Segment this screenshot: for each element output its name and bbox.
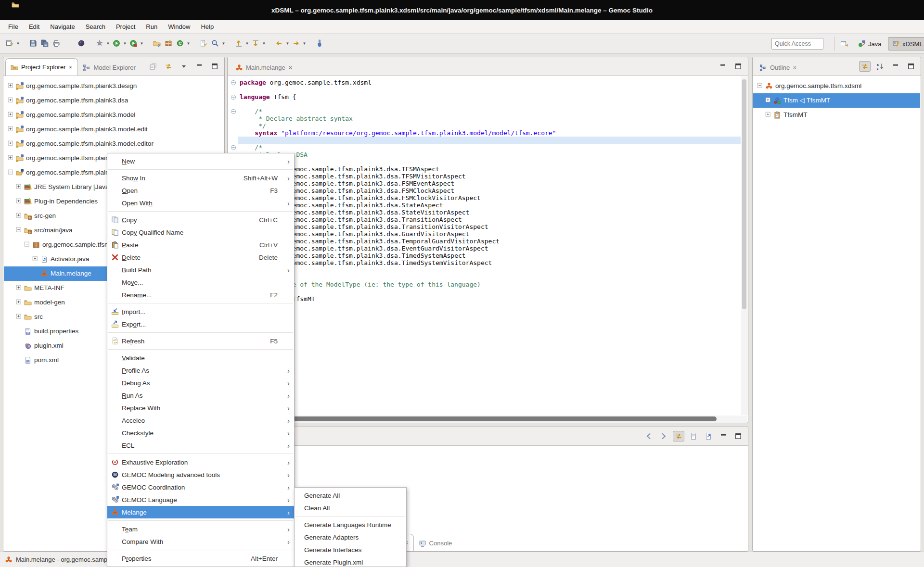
tree-row[interactable]: org.gemoc.sample.tfsm.plaink3.model.edit — [4, 122, 224, 137]
expand-icon[interactable] — [16, 299, 22, 305]
menubar-item-navigate[interactable]: Navigate — [45, 20, 80, 34]
menu-item-exhaustive-exploration[interactable]: Exhaustive Exploration› — [107, 456, 294, 468]
expand-icon[interactable] — [8, 83, 13, 88]
nav-back-button[interactable] — [643, 431, 654, 441]
minimize-button[interactable] — [193, 61, 205, 72]
tab-outline[interactable]: Outline — [755, 60, 802, 76]
open-task-button[interactable] — [198, 38, 209, 49]
editor-horizontal-scrollbar[interactable] — [228, 416, 747, 423]
perspective-java[interactable]: Java — [854, 37, 885, 50]
menu-item-move-[interactable]: Move... — [107, 276, 294, 289]
menu-item-copy[interactable]: CopyCtrl+C — [107, 214, 294, 226]
menu-item-delete[interactable]: DeleteDelete — [107, 251, 294, 264]
expand-icon[interactable] — [765, 112, 771, 117]
menu-item-properties[interactable]: PropertiesAlt+Enter — [107, 552, 294, 565]
dropdown-chevron-icon[interactable]: ▼ — [221, 38, 226, 49]
debug-attach-button[interactable] — [76, 38, 87, 49]
tree-row[interactable]: org.gemoc.sample.tfsm.plaink3.model.edit… — [4, 137, 224, 151]
fold-collapse-icon[interactable] — [231, 109, 236, 116]
expand-icon[interactable] — [8, 112, 13, 117]
fold-collapse-icon[interactable] — [231, 80, 236, 87]
menubar-item-edit[interactable]: Edit — [24, 20, 45, 34]
dropdown-chevron-icon[interactable]: ▼ — [15, 38, 21, 49]
dropdown-chevron-icon[interactable]: ▼ — [122, 38, 128, 49]
dropdown-chevron-icon[interactable]: ▼ — [302, 38, 307, 49]
run-button[interactable] — [111, 38, 122, 49]
new-wizard-button[interactable] — [4, 38, 15, 49]
tab-project-explorer[interactable]: Project Explorer — [5, 58, 78, 76]
menu-item-compare-with[interactable]: Compare With› — [107, 535, 294, 548]
expand-icon[interactable] — [32, 256, 38, 262]
link-editor-button[interactable] — [163, 61, 174, 72]
maximize-button[interactable] — [905, 61, 917, 72]
open-external-button[interactable] — [703, 431, 714, 441]
view-menu-button[interactable] — [178, 61, 190, 72]
menu-item-show-in[interactable]: Show InShift+Alt+W› — [107, 172, 294, 184]
menu-item-replace-with[interactable]: Replace With› — [107, 402, 294, 414]
outline-tree[interactable]: org.gemoc.sample.tfsm.xdsmlTfsm ◁ TfsmMT… — [753, 76, 920, 551]
dropdown-chevron-icon[interactable]: ▼ — [285, 38, 290, 49]
maximize-button[interactable] — [209, 61, 220, 72]
link-editor-button[interactable] — [859, 61, 871, 72]
save-all-button[interactable] — [39, 38, 51, 49]
code-editor[interactable]: package org.gemoc.sample.tfsm.xdsmllangu… — [228, 76, 741, 416]
forward-button[interactable] — [290, 38, 302, 49]
expand-icon[interactable] — [16, 184, 22, 189]
next-annotation-button[interactable] — [250, 38, 261, 49]
sort-az-button[interactable]: az — [874, 61, 886, 72]
tree-row[interactable]: org.gemoc.sample.tfsm.plaink3.model — [4, 108, 224, 122]
save-button[interactable] — [27, 38, 39, 49]
debug-button[interactable] — [128, 38, 139, 49]
run-external-tool-button[interactable] — [94, 38, 105, 49]
menu-item-generate-languages-runtime[interactable]: Generate Languages Runtime — [295, 518, 406, 531]
close-icon[interactable] — [288, 65, 293, 70]
tab-console[interactable]: Console — [414, 535, 457, 551]
fold-collapse-icon[interactable] — [231, 94, 236, 101]
new-class-button[interactable]: C — [174, 38, 186, 49]
menu-item-generate-all[interactable]: Generate All — [295, 489, 406, 502]
open-perspective-button[interactable] — [838, 38, 850, 50]
menu-item-generate-interfaces[interactable]: Generate Interfaces — [295, 543, 406, 556]
menubar-item-help[interactable]: Help — [195, 20, 219, 34]
menu-item-clean-all[interactable]: Clean All — [295, 502, 406, 514]
menu-item-profile-as[interactable]: Profile As› — [107, 364, 294, 377]
menu-item-run-as[interactable]: Run As› — [107, 389, 294, 402]
menu-item-debug-as[interactable]: Debug As› — [107, 377, 294, 389]
dropdown-chevron-icon[interactable]: ▼ — [105, 38, 111, 49]
menu-item-acceleo[interactable]: Acceleo› — [107, 414, 294, 427]
menubar-item-window[interactable]: Window — [163, 20, 195, 34]
menu-item-paste[interactable]: PasteCtrl+V — [107, 239, 294, 251]
close-icon[interactable] — [68, 65, 73, 69]
fold-collapse-icon[interactable] — [231, 145, 236, 152]
menu-item-gemoc-coordination[interactable]: GEMOC Coordination› — [107, 481, 294, 493]
minimize-button[interactable] — [890, 61, 901, 72]
menu-item-gemoc-language[interactable]: GEMOC Language› — [107, 493, 294, 506]
tab-model-explorer[interactable]: Model Explorer — [78, 60, 140, 76]
maximize-button[interactable] — [732, 431, 744, 441]
editor-vertical-scrollbar[interactable] — [741, 76, 748, 415]
expand-icon[interactable] — [765, 97, 771, 103]
show-doc-button[interactable] — [688, 431, 699, 441]
menu-item-build-path[interactable]: Build Path› — [107, 264, 294, 276]
tree-row[interactable]: Tfsm ◁ TfsmMT — [753, 93, 920, 108]
menu-item-validate[interactable]: Validate — [107, 352, 294, 364]
tree-row[interactable]: TfsmMT — [753, 108, 920, 122]
tab-main-melange[interactable]: Main.melange — [231, 60, 297, 76]
dropdown-chevron-icon[interactable]: ▼ — [261, 38, 267, 49]
menu-item-gemoc-modeling-advanced-tools[interactable]: MGEMOC Modeling advanced tools› — [107, 468, 294, 481]
collapse-icon[interactable] — [16, 227, 22, 233]
collapse-all-button[interactable] — [147, 61, 159, 72]
menu-item-team[interactable]: Team› — [107, 523, 294, 535]
menu-item-ecl[interactable]: ECL› — [107, 439, 294, 452]
menu-item-refresh[interactable]: RefreshF5 — [107, 335, 294, 347]
back-button[interactable] — [273, 38, 285, 49]
menu-item-export-[interactable]: Export... — [107, 318, 294, 330]
quick-access-input[interactable] — [771, 38, 823, 50]
menu-item-copy-qualified-name[interactable]: Copy Qualified Name — [107, 226, 294, 239]
menu-item-checkstyle[interactable]: Checkstyle› — [107, 427, 294, 439]
menu-item-open-with[interactable]: Open With› — [107, 197, 294, 209]
menubar-item-file[interactable]: File — [3, 20, 24, 34]
expand-icon[interactable] — [16, 213, 22, 218]
collapse-icon[interactable] — [757, 83, 763, 88]
new-package-button[interactable] — [163, 38, 174, 49]
